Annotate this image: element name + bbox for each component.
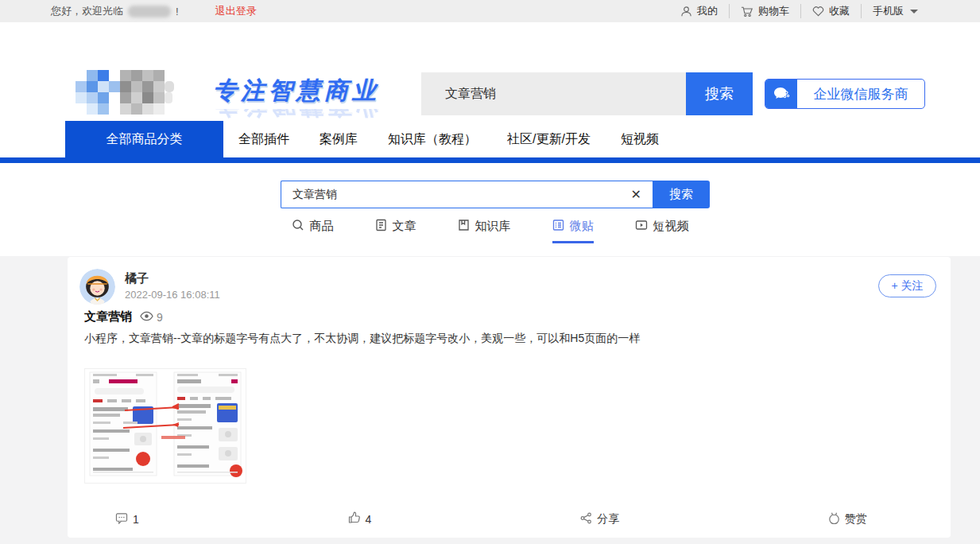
greeting: 您好，欢迎光临 ! 退出登录: [51, 4, 257, 18]
greeting-prefix: 您好，欢迎光临: [51, 4, 123, 18]
result-tabs: 商品 文章 知识库: [0, 219, 980, 243]
my-account-label: 我的: [697, 4, 718, 18]
clear-search-icon[interactable]: ✕: [620, 187, 653, 202]
post-card: 橘子 2022-09-16 16:08:11 + 关注 文章营销 9 小程序，文…: [68, 257, 951, 538]
search-section: ✕ 搜索 商品 文章: [0, 163, 980, 256]
tab-products[interactable]: 商品: [292, 219, 334, 243]
chevron-down-icon: [910, 10, 918, 14]
tab-knowledge-label: 知识库: [475, 219, 511, 234]
topbar-links: 我的 购物车 收藏 手机版: [669, 4, 929, 18]
tab-microposts[interactable]: 微贴: [552, 219, 594, 243]
search-icon: [292, 219, 304, 234]
eye-icon: [140, 311, 153, 324]
share-icon: [580, 512, 592, 527]
thumbs-up-icon: [348, 511, 361, 527]
reward-action[interactable]: 赞赏: [828, 511, 867, 527]
result-search: ✕ 搜索: [281, 181, 710, 208]
tab-products-label: 商品: [310, 219, 334, 234]
site-header: 专注智慧商业 专注智慧商业 搜索 企业微信服务商: [0, 22, 980, 121]
post-body: 小程序，文章营销--文章的标题字号有点大了，不太协调，建议把标题字号改小，美观一…: [84, 332, 927, 346]
nav-item-plugins[interactable]: 全部插件: [223, 121, 304, 157]
cart-label: 购物车: [758, 4, 789, 18]
wecom-label: 企业微信服务商: [797, 85, 924, 103]
comment-icon: [115, 512, 128, 527]
view-count: 9: [157, 311, 163, 324]
tagline-reflection: 专注智慧商业: [213, 109, 388, 122]
share-label: 分享: [597, 512, 619, 527]
user-icon: [680, 6, 692, 17]
my-account-link[interactable]: 我的: [669, 4, 729, 18]
main-nav: 全部商品分类 全部插件 案例库 知识库（教程） 社区/更新/开发 短视频: [0, 121, 980, 157]
wecom-icon: [765, 80, 797, 108]
favorites-link[interactable]: 收藏: [800, 4, 861, 18]
result-search-button[interactable]: 搜索: [653, 181, 710, 208]
favorites-label: 收藏: [829, 4, 850, 18]
greeting-suffix: !: [176, 6, 179, 17]
cart-link[interactable]: 购物车: [729, 4, 800, 18]
like-action[interactable]: 4: [348, 511, 372, 527]
video-icon: [635, 219, 648, 234]
nav-item-cases[interactable]: 案例库: [304, 121, 373, 157]
avatar[interactable]: [79, 269, 115, 305]
like-count: 4: [366, 513, 372, 526]
header-search-button[interactable]: 搜索: [686, 72, 753, 115]
censored-username: [128, 6, 171, 17]
result-search-box: ✕: [281, 181, 653, 208]
header-search-input[interactable]: [421, 72, 686, 115]
view-counter: 9: [140, 311, 163, 324]
nav-item-short-video[interactable]: 短视频: [606, 121, 674, 157]
topbar: 您好，欢迎光临 ! 退出登录 我的 购物车: [0, 0, 980, 22]
post-action-row: 1 4: [68, 511, 951, 527]
article-icon: [375, 219, 387, 234]
post-title-row: 文章营销 9: [84, 309, 163, 324]
nav-underline: [0, 157, 980, 163]
result-search-input[interactable]: [281, 188, 620, 201]
header-search: 搜索: [421, 72, 753, 115]
content-area: 橘子 2022-09-16 16:08:11 + 关注 文章营销 9 小程序，文…: [0, 256, 980, 544]
nav-item-community[interactable]: 社区/更新/开发: [492, 121, 606, 157]
share-action[interactable]: 分享: [580, 511, 619, 527]
author-name[interactable]: 橘子: [125, 271, 149, 286]
post-timestamp: 2022-09-16 16:08:11: [125, 289, 220, 301]
page: 您好，欢迎光临 ! 退出登录 我的 购物车: [0, 0, 980, 544]
nav-item-all-categories[interactable]: 全部商品分类: [65, 121, 223, 157]
follow-button[interactable]: + 关注: [878, 274, 936, 297]
post-thumbnail-image[interactable]: [84, 368, 246, 484]
tagline: 专注智慧商业 专注智慧商业: [213, 75, 388, 122]
wecom-service-button[interactable]: 企业微信服务商: [765, 79, 925, 109]
cart-icon: [741, 6, 753, 17]
heart-icon: [812, 6, 824, 17]
reward-label: 赞赏: [845, 512, 867, 527]
comment-action[interactable]: 1: [115, 511, 139, 527]
tab-short-video[interactable]: 短视频: [635, 219, 689, 243]
tagline-text: 专注智慧商业: [213, 75, 388, 107]
tab-knowledge[interactable]: 知识库: [458, 219, 511, 243]
comment-count: 1: [133, 513, 139, 526]
tab-articles-label: 文章: [393, 219, 416, 234]
nav-item-knowledge[interactable]: 知识库（教程）: [373, 121, 492, 157]
mobile-version-link[interactable]: 手机版: [861, 4, 929, 18]
book-icon: [458, 219, 470, 234]
reward-icon: [828, 511, 840, 527]
tab-short-video-label: 短视频: [653, 219, 689, 234]
site-logo-pixelated[interactable]: [76, 70, 177, 118]
list-icon: [552, 219, 564, 234]
tab-microposts-label: 微贴: [570, 219, 594, 234]
mobile-version-label: 手机版: [873, 4, 904, 18]
post-title[interactable]: 文章营销: [84, 309, 132, 324]
logout-link[interactable]: 退出登录: [215, 4, 257, 18]
tab-articles[interactable]: 文章: [375, 219, 416, 243]
